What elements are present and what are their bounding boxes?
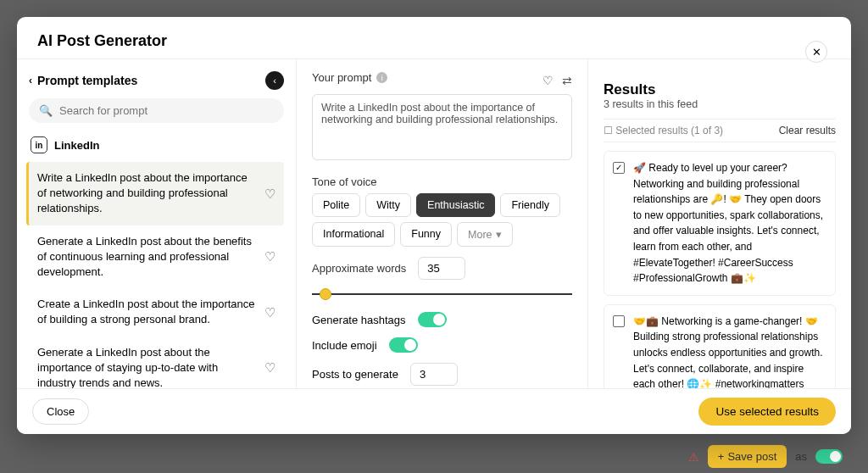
heart-icon[interactable]: ♡ <box>264 185 275 203</box>
posts-input[interactable] <box>410 363 458 386</box>
warning-icon: ⚠ <box>688 450 699 464</box>
tone-chip-polite[interactable]: Polite <box>312 193 360 217</box>
words-label: Approximate words <box>312 262 406 275</box>
results-title: Results <box>604 81 836 98</box>
heart-icon[interactable]: ♡ <box>264 248 275 265</box>
template-item[interactable]: Generate a LinkedIn post about the impor… <box>29 337 284 389</box>
hashtags-toggle[interactable] <box>418 312 447 327</box>
tone-chip-witty[interactable]: Witty <box>365 193 411 217</box>
tone-more-button[interactable]: More ▾ <box>457 222 512 247</box>
tone-chip-friendly[interactable]: Friendly <box>500 193 559 217</box>
posts-label: Posts to generate <box>312 368 398 381</box>
modal-title: AI Post Generator <box>17 17 851 58</box>
linkedin-icon: in <box>31 136 47 153</box>
search-icon: 🔍 <box>39 104 53 117</box>
template-item[interactable]: Create a LinkedIn post about the importa… <box>29 288 284 336</box>
shuffle-icon[interactable]: ⇄ <box>562 74 572 87</box>
template-item[interactable]: Write a LinkedIn post about the importan… <box>26 162 284 225</box>
prompt-templates-header[interactable]: ‹ Prompt templates <box>29 74 137 87</box>
background-toggle[interactable] <box>815 449 843 464</box>
heart-icon[interactable]: ♡ <box>264 303 275 321</box>
result-item[interactable]: 🚀 Ready to level up your career? Network… <box>604 151 836 296</box>
prompt-textarea[interactable]: Write a LinkedIn post about the importan… <box>312 94 572 160</box>
template-item[interactable]: Generate a LinkedIn post about the benef… <box>29 225 284 289</box>
selected-results-label[interactable]: ☐ Selected results (1 of 3) <box>604 125 723 136</box>
close-icon[interactable]: ✕ <box>805 41 827 63</box>
back-circle-button[interactable]: ‹ <box>265 71 284 90</box>
ai-post-generator-modal: ✕ AI Post Generator ‹ Prompt templates ‹… <box>17 17 851 434</box>
prompt-label: Your prompti <box>312 71 387 84</box>
words-slider[interactable] <box>312 287 572 302</box>
platform-linkedin[interactable]: in LinkedIn <box>29 133 284 157</box>
info-icon[interactable]: i <box>376 72 387 83</box>
heart-icon[interactable]: ♡ <box>264 359 275 376</box>
hashtags-label: Generate hashtags <box>312 314 406 326</box>
result-item[interactable]: 🤝💼 Networking is a game-changer! 🤝 Build… <box>604 304 836 388</box>
tone-label: Tone of voice <box>312 175 572 188</box>
as-label: as <box>795 450 807 463</box>
words-input[interactable] <box>418 257 465 280</box>
tone-chip-funny[interactable]: Funny <box>400 222 452 247</box>
close-button[interactable]: Close <box>32 398 89 425</box>
save-post-button[interactable]: +Save post <box>708 445 787 468</box>
heart-icon[interactable]: ♡ <box>542 74 554 87</box>
chevron-left-icon: ‹ <box>29 75 32 86</box>
results-sub: 3 results in this feed <box>604 98 836 110</box>
result-checkbox[interactable] <box>613 162 625 174</box>
emoji-toggle[interactable] <box>389 337 418 353</box>
tone-chip-informational[interactable]: Informational <box>312 222 395 247</box>
clear-results-link[interactable]: Clear results <box>779 125 836 136</box>
prompt-templates-panel: ‹ Prompt templates ‹ 🔍 in LinkedIn Write… <box>17 59 297 388</box>
form-panel: Your prompti ♡ ⇄ Write a LinkedIn post a… <box>297 59 588 388</box>
use-selected-results-button[interactable]: Use selected results <box>698 398 836 426</box>
search-input[interactable] <box>59 104 274 117</box>
result-checkbox[interactable] <box>613 315 625 327</box>
emoji-label: Include emoji <box>312 339 377 352</box>
results-panel: Results 3 results in this feed ☐ Selecte… <box>588 59 851 388</box>
search-input-wrap[interactable]: 🔍 <box>29 98 284 123</box>
chevron-down-icon: ▾ <box>496 228 502 241</box>
tone-chip-enthusiastic[interactable]: Enthusiastic <box>416 193 495 217</box>
background-bar: ⚠ +Save post as <box>688 445 843 468</box>
